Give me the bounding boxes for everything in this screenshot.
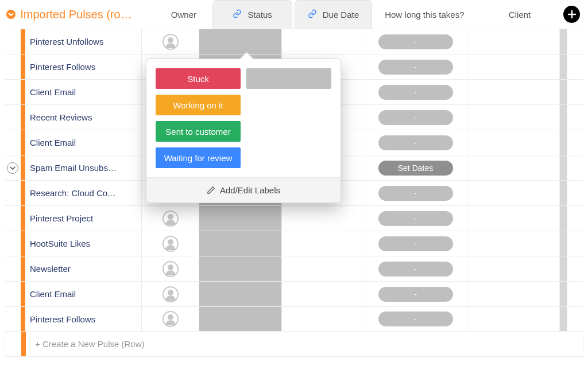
client-cell[interactable]	[469, 105, 559, 130]
client-cell[interactable]	[469, 29, 559, 54]
group-color-bar	[21, 130, 25, 155]
avatar-placeholder-icon	[163, 311, 179, 327]
status-cell[interactable]	[199, 206, 281, 231]
client-cell[interactable]	[469, 256, 559, 281]
duration-cell[interactable]: -	[362, 206, 469, 231]
new-pulse-row[interactable]: + Create a New Pulse (Row)	[5, 332, 583, 357]
group-color-bar	[21, 29, 25, 54]
due-date-cell[interactable]	[281, 206, 362, 231]
column-header-due-date[interactable]: Due Date	[295, 0, 372, 29]
column-header-label: How long this takes?	[385, 10, 464, 20]
status-option-blank[interactable]	[246, 68, 331, 89]
duration-pill[interactable]: -	[378, 211, 453, 226]
duration-pill[interactable]: -	[378, 312, 453, 326]
column-header-duration[interactable]: How long this takes?	[373, 0, 476, 29]
due-date-cell[interactable]	[281, 231, 362, 256]
client-cell[interactable]	[469, 130, 559, 155]
duration-cell[interactable]: -	[362, 80, 469, 104]
duration-pill[interactable]: -	[378, 110, 453, 125]
status-cell[interactable]	[199, 231, 281, 256]
group-collapse-toggle[interactable]	[5, 8, 17, 21]
status-option-waiting[interactable]: Waiting for review	[156, 147, 241, 168]
due-date-cell[interactable]	[281, 307, 362, 331]
duration-cell[interactable]: -	[362, 105, 469, 130]
link-icon	[233, 9, 242, 20]
pulse-name-cell[interactable]: Pinterest Follows	[30, 54, 141, 79]
edit-labels-button[interactable]: Add/Edit Labels	[146, 177, 341, 203]
duration-cell[interactable]: -	[362, 307, 469, 331]
status-value-blank	[199, 29, 281, 54]
add-column-button[interactable]	[563, 6, 580, 23]
due-date-cell[interactable]	[281, 256, 362, 281]
duration-cell[interactable]: -	[362, 282, 469, 306]
pulse-name-cell[interactable]: Research: Cloud Co…	[30, 181, 141, 205]
duration-pill[interactable]: Set Dates	[378, 161, 453, 176]
pulse-name-cell[interactable]: HootSuite Likes	[30, 231, 141, 256]
owner-cell[interactable]	[141, 256, 199, 281]
duration-pill[interactable]: -	[378, 287, 453, 302]
duration-cell[interactable]: -	[362, 54, 469, 79]
client-cell[interactable]	[469, 231, 559, 256]
group-color-bar	[21, 332, 26, 356]
client-cell[interactable]	[469, 282, 559, 306]
status-cell[interactable]	[199, 307, 281, 331]
column-header-status[interactable]: Status	[212, 0, 292, 29]
status-option-working[interactable]: Working on it	[156, 95, 241, 115]
new-pulse-placeholder[interactable]: + Create a New Pulse (Row)	[30, 332, 583, 356]
owner-cell[interactable]	[141, 282, 199, 306]
duration-cell[interactable]: Set Dates	[362, 155, 469, 180]
client-cell[interactable]	[469, 206, 559, 231]
duration-cell[interactable]: -	[362, 29, 469, 54]
owner-cell[interactable]	[141, 231, 199, 256]
owner-cell[interactable]	[141, 307, 199, 331]
pulse-name-cell[interactable]: Client Email	[30, 80, 141, 104]
group-title[interactable]: Imported Pulses (ro…	[20, 8, 135, 21]
pulse-name-cell[interactable]: Pinterest Project	[30, 206, 141, 231]
chevron-down-icon	[6, 10, 16, 19]
owner-cell[interactable]	[141, 206, 199, 231]
row-tail	[559, 105, 567, 130]
duration-pill[interactable]: -	[378, 85, 453, 100]
pulse-name-cell[interactable]: Recent Reviews	[30, 105, 141, 130]
due-date-cell[interactable]	[281, 29, 362, 54]
status-value-blank	[199, 282, 281, 306]
status-cell[interactable]	[199, 256, 281, 281]
svg-point-0	[6, 10, 16, 19]
status-option-sent[interactable]: Sent to customer	[156, 121, 241, 142]
owner-cell[interactable]	[141, 29, 199, 54]
status-value-blank	[199, 206, 281, 231]
column-header-owner[interactable]: Owner	[156, 0, 211, 29]
pulse-name-cell[interactable]: Spam Email Unsubs…	[30, 155, 141, 180]
duration-cell[interactable]: -	[362, 181, 469, 205]
duration-pill[interactable]: -	[378, 186, 453, 201]
status-option-stuck[interactable]: Stuck	[156, 68, 241, 89]
client-cell[interactable]	[469, 181, 559, 205]
duration-pill[interactable]: -	[378, 34, 453, 49]
group-color-bar	[21, 256, 25, 281]
duration-pill[interactable]: -	[378, 135, 453, 150]
pulse-name-cell[interactable]: Pinterest Follows	[30, 307, 141, 331]
duration-cell[interactable]: -	[362, 231, 469, 256]
pulse-name-cell[interactable]: Client Email	[30, 130, 141, 155]
status-cell[interactable]	[199, 282, 281, 306]
pulse-name-cell[interactable]: Newsletter	[30, 256, 141, 281]
duration-cell[interactable]: -	[362, 256, 469, 281]
client-cell[interactable]	[469, 80, 559, 104]
duration-pill[interactable]: -	[378, 262, 453, 277]
client-cell[interactable]	[469, 155, 559, 180]
due-date-cell[interactable]	[281, 282, 362, 306]
duration-pill[interactable]: -	[378, 236, 453, 251]
status-value-blank	[199, 231, 281, 256]
row-tail	[559, 256, 567, 281]
row-expand-toggle[interactable]	[7, 162, 18, 174]
status-cell[interactable]	[199, 29, 281, 54]
pulse-name-cell[interactable]: Client Email	[30, 282, 141, 306]
column-header-client[interactable]: Client	[476, 0, 563, 29]
duration-cell[interactable]: -	[362, 130, 469, 155]
column-header-label: Client	[509, 10, 531, 20]
duration-pill[interactable]: -	[378, 60, 453, 75]
row-tail	[559, 231, 567, 256]
pulse-name-cell[interactable]: Pinterest Unfollows	[30, 29, 141, 54]
client-cell[interactable]	[469, 54, 559, 79]
client-cell[interactable]	[469, 307, 559, 331]
